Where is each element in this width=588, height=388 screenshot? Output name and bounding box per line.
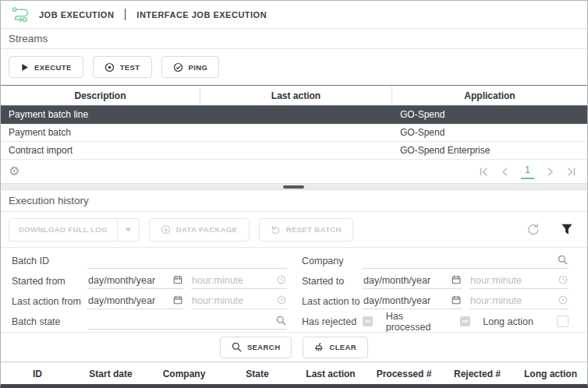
check-circle-icon bbox=[173, 62, 183, 72]
cell-description: Contract import bbox=[1, 145, 200, 156]
reset-batch-button[interactable]: RESET BATCH bbox=[259, 218, 353, 242]
column-header-rejected: Rejected # bbox=[441, 362, 514, 385]
search-icon[interactable] bbox=[276, 316, 286, 326]
cell-application: GO-Spend Enterprise bbox=[392, 145, 587, 156]
has-rejected-label: Has rejected bbox=[302, 316, 363, 327]
checkbox-group: Has rejected Has processed Long action bbox=[294, 311, 587, 333]
column-header-start-date: Start date bbox=[74, 362, 147, 385]
broom-icon bbox=[314, 342, 324, 352]
column-header-last-action: Last action bbox=[294, 362, 367, 385]
has-processed-checkbox[interactable] bbox=[460, 316, 470, 326]
column-header-last-action: Last action bbox=[200, 86, 392, 105]
last-action-from-time-input[interactable] bbox=[192, 294, 277, 307]
previous-page-button[interactable] bbox=[501, 168, 508, 176]
calendar-icon[interactable] bbox=[173, 295, 182, 305]
table-row-payment-batch-line[interactable]: Payment batch line GO-Spend bbox=[1, 106, 587, 124]
last-action-to-date-input[interactable] bbox=[363, 294, 452, 307]
clear-button-label: CLEAR bbox=[329, 343, 356, 351]
refresh-icon[interactable] bbox=[526, 222, 540, 237]
company-input[interactable] bbox=[363, 253, 558, 266]
batch-id-input[interactable] bbox=[88, 253, 286, 266]
column-header-company: Company bbox=[147, 362, 221, 385]
streams-table-header: Description Last action Application bbox=[1, 85, 587, 106]
toolbar-right-icons bbox=[526, 222, 579, 237]
filter-row-3: Last action from bbox=[1, 291, 587, 311]
current-page[interactable]: 1 bbox=[521, 164, 534, 179]
search-icon bbox=[232, 342, 242, 352]
execution-history-toolbar: DOWNLOAD FULL LOG DATA PACKAGE RESET BAT… bbox=[1, 212, 587, 248]
streams-table: Description Last action Application Paym… bbox=[1, 85, 587, 160]
started-from-date-input[interactable] bbox=[88, 273, 173, 287]
clock-icon[interactable] bbox=[277, 295, 286, 305]
next-page-button[interactable] bbox=[547, 168, 554, 176]
test-button-label: TEST bbox=[120, 63, 140, 72]
title-separator bbox=[125, 9, 126, 20]
column-header-state: State bbox=[221, 362, 294, 385]
download-full-log-button[interactable]: DOWNLOAD FULL LOG bbox=[9, 218, 140, 242]
filter-row-1: Batch ID Company bbox=[1, 251, 587, 270]
cell-application: GO-Spend bbox=[392, 109, 587, 120]
has-rejected-checkbox[interactable] bbox=[363, 316, 373, 326]
started-to-group: Started to bbox=[294, 273, 587, 289]
clock-icon[interactable] bbox=[558, 295, 568, 305]
batch-state-label: Batch state bbox=[12, 316, 87, 327]
clear-button[interactable]: CLEAR bbox=[303, 337, 368, 358]
download-icon bbox=[161, 224, 171, 235]
last-action-to-group: Last action to bbox=[294, 294, 587, 309]
data-package-button[interactable]: DATA PACKAGE bbox=[149, 218, 250, 242]
results-table-header: ID Start date Company State Last action … bbox=[1, 362, 587, 385]
table-row-payment-batch[interactable]: Payment batch GO-Spend bbox=[1, 124, 587, 142]
batch-id-label: Batch ID bbox=[12, 256, 87, 266]
last-action-from-group: Last action from bbox=[1, 294, 294, 309]
first-page-button[interactable] bbox=[479, 168, 488, 176]
splitter-handle[interactable] bbox=[283, 185, 304, 189]
filter-row-4: Batch state Has rejected Has processed L… bbox=[1, 312, 587, 331]
column-header-processed: Processed # bbox=[367, 362, 441, 385]
search-button[interactable]: SEARCH bbox=[220, 337, 292, 358]
data-package-label: DATA PACKAGE bbox=[176, 225, 238, 234]
long-action-label: Long action bbox=[483, 316, 544, 327]
last-action-from-date-input[interactable] bbox=[88, 294, 173, 307]
filter-icon[interactable] bbox=[561, 224, 573, 235]
reset-batch-label: RESET BATCH bbox=[286, 225, 342, 234]
table-row-contract-import[interactable]: Contract import GO-Spend Enterprise bbox=[1, 142, 587, 160]
download-full-log-label: DOWNLOAD FULL LOG bbox=[9, 219, 117, 241]
calendar-icon[interactable] bbox=[173, 275, 182, 284]
batch-state-group: Batch state bbox=[1, 314, 294, 330]
app-header: JOB EXECUTION INTERFACE JOB EXECUTION bbox=[1, 1, 587, 29]
play-icon bbox=[20, 63, 29, 72]
filter-actions: SEARCH CLEAR bbox=[1, 332, 587, 362]
started-to-date-input[interactable] bbox=[363, 273, 452, 287]
cell-application: GO-Spend bbox=[392, 127, 587, 138]
execute-button-label: EXECUTE bbox=[34, 63, 72, 72]
company-label: Company bbox=[302, 256, 363, 266]
test-button[interactable]: TEST bbox=[93, 56, 152, 78]
started-from-label: Started from bbox=[12, 276, 87, 287]
company-group: Company bbox=[294, 253, 587, 269]
gear-icon[interactable]: ⚙ bbox=[9, 165, 19, 178]
last-page-button[interactable] bbox=[567, 168, 576, 176]
ping-button-label: PING bbox=[189, 63, 208, 72]
long-action-checkbox[interactable] bbox=[557, 316, 569, 327]
calendar-icon[interactable] bbox=[452, 295, 461, 305]
column-header-long-action: Long action bbox=[514, 362, 587, 385]
execute-button[interactable]: EXECUTE bbox=[9, 56, 83, 78]
chevron-down-icon[interactable] bbox=[117, 219, 139, 241]
last-action-to-label: Last action to bbox=[302, 296, 363, 307]
last-action-to-time-input[interactable] bbox=[470, 294, 558, 307]
clock-icon[interactable] bbox=[277, 275, 286, 284]
ping-button[interactable]: PING bbox=[161, 56, 220, 78]
column-header-description: Description bbox=[1, 86, 200, 105]
started-from-time-input[interactable] bbox=[192, 273, 277, 287]
calendar-icon[interactable] bbox=[452, 275, 461, 284]
streams-section-title: Streams bbox=[1, 29, 587, 49]
job-execution-page: JOB EXECUTION INTERFACE JOB EXECUTION St… bbox=[0, 0, 588, 388]
started-to-time-input[interactable] bbox=[470, 273, 558, 287]
search-icon[interactable] bbox=[558, 255, 568, 265]
streams-table-footer: ⚙ 1 bbox=[1, 160, 587, 183]
cell-description: Payment batch bbox=[1, 127, 200, 138]
cell-description: Payment batch line bbox=[1, 109, 200, 120]
batch-state-input[interactable] bbox=[88, 314, 276, 327]
last-action-from-label: Last action from bbox=[12, 296, 87, 307]
clock-icon[interactable] bbox=[558, 275, 568, 284]
